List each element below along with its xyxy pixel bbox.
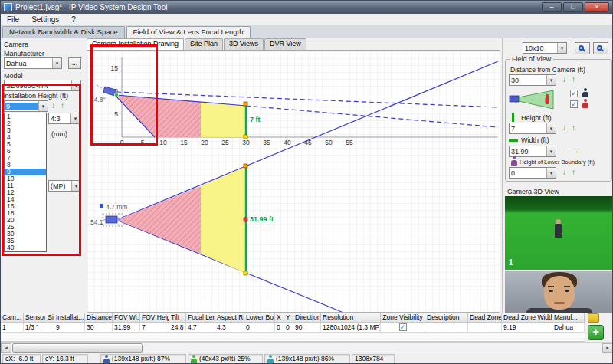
zone-visibility-cell[interactable]: ✓	[381, 323, 425, 333]
tab-site-plan[interactable]: Site Plan	[185, 38, 223, 50]
scroll-right-button[interactable]: ▸	[602, 343, 613, 353]
tab-camera-installation-drawing[interactable]: Camera Installation Drawing	[87, 38, 184, 50]
column-header[interactable]: Direction	[293, 313, 321, 323]
table-cell[interactable]: 9.19	[502, 323, 552, 333]
dropdown-arrow-icon[interactable]: ▾	[52, 58, 61, 68]
camera-table-row[interactable]: 1 1/3 " 9 30 31.99 7 24.8 4.7 4:3 0 0 0 …	[1, 323, 585, 333]
tab-field-of-view[interactable]: Field of View & Lens Focal Length	[126, 26, 251, 38]
table-cell[interactable]: 1	[1, 323, 24, 333]
focal-length-marker[interactable]	[100, 204, 103, 208]
elevation-top-marker[interactable]	[244, 102, 247, 106]
table-cell[interactable]	[468, 323, 502, 333]
column-header[interactable]: Manuf...	[552, 313, 585, 323]
grid-scale-select[interactable]: 10x10 ▾	[523, 42, 567, 54]
table-cell[interactable]: 30	[85, 323, 113, 333]
column-header[interactable]: Cam...	[1, 313, 24, 323]
scrollbar-thumb[interactable]	[12, 343, 143, 353]
dropdown-arrow-icon[interactable]: ▾	[546, 168, 556, 178]
model-select[interactable]: SD6980C-HN ▾	[4, 80, 81, 91]
table-cell[interactable]: 0	[284, 323, 293, 333]
column-header[interactable]: Installat...	[54, 313, 85, 323]
height-option[interactable]: 3	[5, 127, 46, 134]
plan-mid-marker[interactable]	[244, 218, 247, 221]
lower-boundary-spin-up-icon[interactable]: ↑	[572, 169, 575, 176]
height-option[interactable]: 1	[5, 113, 46, 120]
height-option[interactable]: 5	[5, 141, 46, 148]
dropdown-arrow-icon[interactable]: ▾	[557, 43, 566, 53]
minimize-button[interactable]: –	[542, 2, 562, 12]
zone-visibility-checkbox[interactable]: ✓	[399, 323, 407, 331]
column-header[interactable]: Y	[284, 313, 293, 323]
column-header[interactable]: Dead Zone Width	[502, 313, 552, 323]
fov-height-spin-down-icon[interactable]: ↓	[562, 124, 566, 132]
installation-drawing[interactable]: 15 10 5 0 5 10 15 20 25 30 35 40 45 50 5…	[87, 51, 500, 312]
tab-network-bandwidth[interactable]: Network Bandwidth & Disk Space	[2, 26, 125, 38]
fov-width-spin-left-icon[interactable]: ←	[562, 147, 570, 155]
menu-file[interactable]: File	[1, 15, 25, 24]
distance-spin-down-icon[interactable]: ↓	[562, 76, 566, 84]
column-header[interactable]: FOV Heig...	[140, 313, 169, 323]
fov-width-spin-right-icon[interactable]: →	[572, 147, 579, 155]
column-header[interactable]: Distance	[85, 313, 113, 323]
table-cell[interactable]: 4:3	[215, 323, 244, 333]
height-spin-up-icon[interactable]: ↑	[61, 102, 64, 110]
dropdown-arrow-icon[interactable]: ▾	[70, 113, 80, 123]
table-cell[interactable]: 1/3 "	[24, 323, 54, 333]
column-header[interactable]: Sensor Si...	[24, 313, 54, 323]
height-option[interactable]: 40	[5, 244, 46, 251]
fov-width-select[interactable]: 31.99 ▾	[509, 146, 556, 157]
installation-drawing-canvas[interactable]: 15 10 5 0 5 10 15 20 25 30 35 40 45 50 5…	[87, 51, 500, 313]
table-cell[interactable]: Dahua	[552, 323, 585, 333]
fov-height-select[interactable]: 7 ▾	[509, 123, 556, 134]
table-cell[interactable]: 24.8	[169, 323, 186, 333]
table-cell[interactable]	[425, 323, 468, 333]
height-option[interactable]: 4	[5, 134, 46, 141]
resolution-select[interactable]: (MP) ▾	[48, 180, 81, 192]
lower-boundary-select[interactable]: 0 ▾	[509, 167, 556, 179]
height-spin-down-icon[interactable]: ↓	[51, 102, 55, 110]
dropdown-arrow-icon[interactable]: ▾	[38, 101, 48, 111]
maximize-button[interactable]: □	[563, 2, 583, 12]
distance-spin-up-icon[interactable]: ↑	[572, 76, 575, 84]
table-cell[interactable]: 0	[244, 323, 275, 333]
installation-height-select[interactable]: 9 ▾	[4, 100, 48, 112]
column-header[interactable]: Tilt	[169, 313, 186, 323]
column-header[interactable]: Resolution	[321, 313, 381, 323]
table-cell[interactable]: 31.99	[113, 323, 140, 333]
tab-3d-views[interactable]: 3D Views	[224, 38, 264, 50]
column-header[interactable]: FOV Wi...	[113, 313, 140, 323]
height-option[interactable]: 6	[5, 148, 46, 155]
height-option[interactable]: 2	[5, 120, 46, 127]
plan-top-marker[interactable]	[244, 164, 247, 168]
table-cell[interactable]: 0	[275, 323, 284, 333]
close-button[interactable]: ×	[585, 2, 609, 12]
zoom-in-button[interactable]	[575, 42, 590, 54]
horizontal-scrollbar[interactable]: ◂ ▸	[1, 342, 613, 353]
column-header[interactable]: Description	[425, 313, 468, 323]
plan-camera-icon[interactable]	[106, 216, 117, 223]
table-cell[interactable]: 90	[293, 323, 321, 333]
height-option[interactable]: 8	[5, 162, 46, 169]
column-header[interactable]: Focal Len...	[186, 313, 215, 323]
menu-settings[interactable]: Settings	[25, 15, 65, 24]
dropdown-arrow-icon[interactable]: ▾	[546, 146, 556, 156]
dropdown-arrow-icon[interactable]: ▾	[71, 181, 80, 191]
column-header[interactable]: Aspect Ra...	[215, 313, 244, 323]
height-option[interactable]: 7	[5, 155, 46, 162]
column-header[interactable]: X	[275, 313, 284, 323]
table-cell[interactable]: 9	[54, 323, 85, 333]
table-cell[interactable]: 7	[140, 323, 169, 333]
camera-3d-viewport[interactable]: 1	[505, 196, 612, 270]
manufacturer-select[interactable]: Dahua ▾	[4, 57, 62, 69]
menu-help[interactable]: ?	[65, 15, 82, 24]
manufacturer-more-button[interactable]: ...	[68, 57, 81, 69]
column-header[interactable]: Dead Zone	[468, 313, 502, 323]
table-cell[interactable]: 1280x1024 (1.3 MP)	[321, 323, 381, 333]
dropdown-arrow-icon[interactable]: ▾	[71, 80, 80, 90]
show-person-top-checkbox[interactable]: ✓	[570, 90, 578, 97]
dropdown-arrow-icon[interactable]: ▾	[546, 75, 556, 85]
distance-select[interactable]: 30 ▾	[509, 74, 556, 86]
show-person-bottom-checkbox[interactable]: ✓	[570, 100, 578, 108]
table-cell[interactable]: 4.7	[186, 323, 215, 333]
zoom-out-button[interactable]	[593, 42, 608, 54]
